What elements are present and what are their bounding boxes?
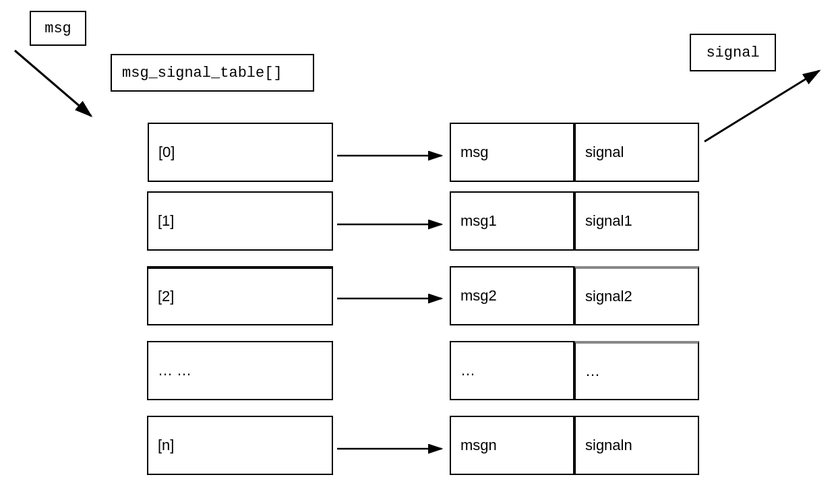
arrow-map-4 bbox=[334, 440, 448, 460]
msg-cell-4: msgn bbox=[450, 416, 574, 475]
msg-cell-3: … bbox=[450, 341, 574, 400]
output-signal-label: signal bbox=[706, 44, 759, 61]
arrow-map-2 bbox=[334, 290, 448, 310]
signal-cell-label: signal1 bbox=[585, 212, 632, 230]
input-msg-box: msg bbox=[30, 11, 86, 46]
index-cell-label: … … bbox=[158, 362, 191, 379]
index-cell-label: [n] bbox=[158, 437, 174, 454]
arrow-output bbox=[694, 61, 836, 155]
index-cell-label: [0] bbox=[158, 144, 175, 161]
arrow-map-1 bbox=[334, 216, 448, 236]
index-cell-1: [1] bbox=[147, 191, 333, 251]
index-cell-2: [2] bbox=[147, 266, 333, 325]
signal-cell-1: signal1 bbox=[574, 191, 699, 251]
msg-cell-2: msg2 bbox=[450, 266, 574, 325]
signal-cell-2: signal2 bbox=[574, 266, 699, 325]
output-signal-box: signal bbox=[690, 34, 776, 71]
msg-cell-label: msg bbox=[460, 144, 489, 161]
msg-cell-0: msg bbox=[450, 123, 574, 182]
svg-line-1 bbox=[705, 71, 819, 141]
signal-cell-label: signaln bbox=[585, 437, 632, 454]
signal-cell-4: signaln bbox=[574, 416, 699, 475]
msg-cell-label: msg1 bbox=[460, 212, 497, 230]
table-name-label: msg_signal_table[] bbox=[122, 65, 282, 82]
index-cell-4: [n] bbox=[147, 416, 333, 475]
index-cell-label: [2] bbox=[158, 288, 174, 305]
signal-cell-label: signal2 bbox=[585, 288, 632, 305]
msg-cell-label: msg2 bbox=[460, 287, 497, 305]
index-cell-label: [1] bbox=[158, 212, 174, 230]
signal-cell-label: signal bbox=[585, 144, 624, 161]
svg-line-0 bbox=[15, 51, 91, 116]
signal-cell-3: … bbox=[574, 341, 699, 400]
msg-cell-1: msg1 bbox=[450, 191, 574, 251]
msg-cell-label: … bbox=[460, 362, 475, 379]
msg-cell-label: msgn bbox=[460, 437, 497, 454]
index-cell-3: … … bbox=[147, 341, 333, 400]
arrow-map-0 bbox=[334, 147, 448, 167]
table-name-box: msg_signal_table[] bbox=[111, 54, 314, 92]
signal-cell-0: signal bbox=[574, 123, 699, 182]
input-msg-label: msg bbox=[44, 20, 71, 37]
signal-cell-label: … bbox=[585, 363, 600, 380]
index-cell-0: [0] bbox=[148, 123, 333, 182]
